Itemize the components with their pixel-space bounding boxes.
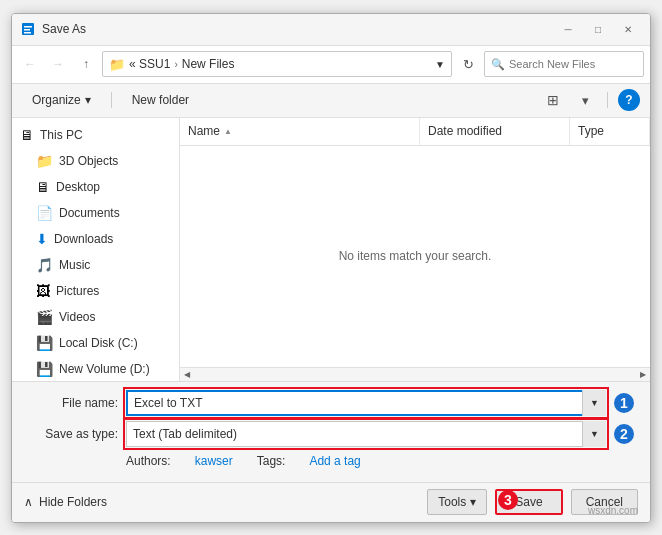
search-input[interactable] xyxy=(509,58,637,70)
view-options-button[interactable]: ⊞ xyxy=(541,88,565,112)
horizontal-scrollbar[interactable]: ◀ ▶ xyxy=(180,367,650,381)
save-type-label: Save as type: xyxy=(28,427,118,441)
breadcrumb-ssu1: « SSU1 xyxy=(129,57,170,71)
search-icon: 🔍 xyxy=(491,58,505,71)
hide-folders-button[interactable]: ∧ Hide Folders xyxy=(24,495,107,509)
help-label: ? xyxy=(625,93,632,107)
file-header: Name ▲ Date modified Type xyxy=(180,118,650,146)
music-icon: 🎵 xyxy=(36,257,53,273)
authors-value[interactable]: kawser xyxy=(195,454,233,468)
forward-button[interactable]: → xyxy=(46,52,70,76)
sidebar-item-this-pc[interactable]: 🖥 This PC xyxy=(12,122,179,148)
col-header-name[interactable]: Name ▲ xyxy=(180,118,420,145)
dialog-title: Save As xyxy=(42,22,548,36)
videos-icon: 🎬 xyxy=(36,309,53,325)
bottom-form: File name: ▼ 1 Save as type: ▼ 2 Authors… xyxy=(12,381,650,482)
new-volume-d-icon: 💾 xyxy=(36,361,53,377)
desktop-icon: 🖥 xyxy=(36,179,50,195)
sidebar-label-new-volume-d: New Volume (D:) xyxy=(59,362,150,376)
tools-label: Tools xyxy=(438,495,466,509)
sidebar-item-new-volume-d[interactable]: 💾 New Volume (D:) xyxy=(12,356,179,381)
file-area: Name ▲ Date modified Type No items match… xyxy=(180,118,650,381)
badge-2: 2 xyxy=(614,424,634,444)
save-type-input[interactable] xyxy=(126,421,606,447)
organize-button[interactable]: Organize ▾ xyxy=(22,87,101,113)
h-scroll-right-arrow[interactable]: ▶ xyxy=(636,367,650,381)
sidebar-label-desktop: Desktop xyxy=(56,180,100,194)
tools-dropdown-icon: ▾ xyxy=(470,495,476,509)
sort-arrow-icon: ▲ xyxy=(224,127,232,136)
hide-folders-arrow-icon: ∧ xyxy=(24,495,33,509)
tools-button[interactable]: Tools ▾ xyxy=(427,489,487,515)
address-bar: ← → ↑ 📁 « SSU1 › New Files ▼ ↻ 🔍 xyxy=(12,46,650,84)
file-name-label: File name: xyxy=(28,396,118,410)
sidebar-item-local-disk-c[interactable]: 💾 Local Disk (C:) xyxy=(12,330,179,356)
col-header-date[interactable]: Date modified xyxy=(420,118,570,145)
watermark: wsxdn.com xyxy=(588,505,638,516)
svg-rect-2 xyxy=(24,29,30,31)
h-scroll-left-arrow[interactable]: ◀ xyxy=(180,367,194,381)
pictures-icon: 🖼 xyxy=(36,283,50,299)
file-name-input-container: ▼ xyxy=(126,390,606,416)
toolbar-separator-2 xyxy=(607,92,608,108)
badge-3: 3 xyxy=(498,490,518,510)
tags-label: Tags: xyxy=(257,454,286,468)
file-name-input[interactable] xyxy=(126,390,606,416)
sidebar-label-downloads: Downloads xyxy=(54,232,113,246)
folder-icon: 📁 xyxy=(109,57,125,72)
search-box[interactable]: 🔍 xyxy=(484,51,644,77)
help-button[interactable]: ? xyxy=(618,89,640,111)
view-dropdown-icon: ▾ xyxy=(582,93,589,108)
sidebar-item-desktop[interactable]: 🖥 Desktop xyxy=(12,174,179,200)
this-pc-icon: 🖥 xyxy=(20,127,34,143)
save-type-dropdown-icon[interactable]: ▼ xyxy=(582,421,606,447)
refresh-button[interactable]: ↻ xyxy=(456,52,480,76)
sidebar-label-3d-objects: 3D Objects xyxy=(59,154,118,168)
sidebar-label-documents: Documents xyxy=(59,206,120,220)
view-icon: ⊞ xyxy=(547,92,559,108)
sidebar-label-local-disk-c: Local Disk (C:) xyxy=(59,336,138,350)
organize-arrow: ▾ xyxy=(85,93,91,107)
tags-value[interactable]: Add a tag xyxy=(309,454,360,468)
new-folder-button[interactable]: New folder xyxy=(122,87,199,113)
file-name-dropdown-icon[interactable]: ▼ xyxy=(582,390,606,416)
title-bar: Save As ─ □ ✕ xyxy=(12,14,650,46)
minimize-button[interactable]: ─ xyxy=(554,19,582,39)
file-name-row: File name: ▼ 1 xyxy=(28,390,634,416)
breadcrumb-new-files: New Files xyxy=(182,57,235,71)
breadcrumb-expand-icon: ▼ xyxy=(435,59,445,70)
save-type-input-container: ▼ xyxy=(126,421,606,447)
toolbar-separator xyxy=(111,92,112,108)
view-arrow-button[interactable]: ▾ xyxy=(573,88,597,112)
save-as-dialog: Save As ─ □ ✕ ← → ↑ 📁 « SSU1 › New Files… xyxy=(11,13,651,523)
up-button[interactable]: ↑ xyxy=(74,52,98,76)
breadcrumb-bar[interactable]: 📁 « SSU1 › New Files ▼ xyxy=(102,51,452,77)
authors-label: Authors: xyxy=(126,454,171,468)
meta-row: Authors: kawser Tags: Add a tag xyxy=(126,452,634,474)
breadcrumb-arrow-1: › xyxy=(174,59,177,70)
hide-folders-label: Hide Folders xyxy=(39,495,107,509)
sidebar-label-music: Music xyxy=(59,258,90,272)
sidebar-label-pictures: Pictures xyxy=(56,284,99,298)
documents-icon: 📄 xyxy=(36,205,53,221)
local-disk-c-icon: 💾 xyxy=(36,335,53,351)
sidebar-item-music[interactable]: 🎵 Music xyxy=(12,252,179,278)
svg-rect-1 xyxy=(24,26,32,28)
h-scroll-track[interactable] xyxy=(194,368,636,381)
save-type-row: Save as type: ▼ 2 xyxy=(28,421,634,447)
file-list: No items match your search. xyxy=(180,146,650,367)
close-button[interactable]: ✕ xyxy=(614,19,642,39)
maximize-button[interactable]: □ xyxy=(584,19,612,39)
downloads-icon: ⬇ xyxy=(36,231,48,247)
sidebar-item-downloads[interactable]: ⬇ Downloads xyxy=(12,226,179,252)
sidebar-item-pictures[interactable]: 🖼 Pictures xyxy=(12,278,179,304)
dialog-icon xyxy=(20,21,36,37)
col-header-type[interactable]: Type xyxy=(570,118,650,145)
organize-label: Organize xyxy=(32,93,81,107)
3d-objects-icon: 📁 xyxy=(36,153,53,169)
sidebar-item-3d-objects[interactable]: 📁 3D Objects xyxy=(12,148,179,174)
sidebar-item-videos[interactable]: 🎬 Videos xyxy=(12,304,179,330)
sidebar-item-documents[interactable]: 📄 Documents xyxy=(12,200,179,226)
sidebar: 🖥 This PC 📁 3D Objects 🖥 Desktop 📄 Docum… xyxy=(12,118,180,381)
back-button[interactable]: ← xyxy=(18,52,42,76)
